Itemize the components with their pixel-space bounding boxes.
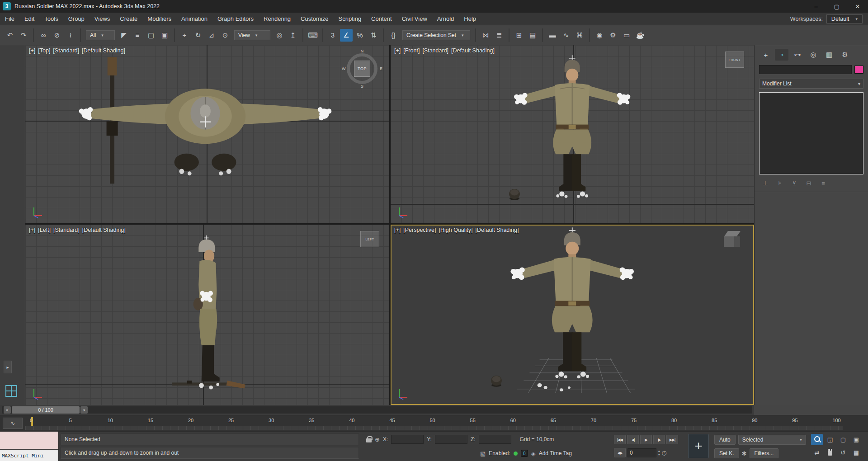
unlink-selection-button[interactable]: ⊘ [51,29,63,42]
spinner-up-icon[interactable]: ▴ [658,449,660,453]
viewport-menu[interactable]: [Default Shading] [476,227,519,233]
viewport-perspective[interactable]: [+][Perspective][High Quality][Default S… [391,225,754,405]
toggle-scene-explorer-button[interactable]: ⊞ [513,29,525,42]
viewport-top[interactable]: [+][Top][Standard][Default Shading] TOP … [25,45,389,223]
remove-modifier-button[interactable]: ⊟ [804,179,813,187]
selection-lock-icon[interactable] [366,438,372,442]
viewcube[interactable]: LEFT [360,231,379,247]
key-clock-icon[interactable]: ◷ [662,449,667,456]
go-to-end-button[interactable]: ▶▶| [666,435,678,444]
select-and-place-button[interactable]: ⊙ [219,29,231,42]
undo-button[interactable]: ↶ [4,29,16,42]
menu-item[interactable]: Modifiers [142,13,176,25]
viewport-menu[interactable]: [Front] [403,47,420,54]
percent-snap-toggle[interactable]: % [354,29,366,42]
menu-item[interactable]: File [0,13,19,25]
tab-display[interactable]: ▥ [822,49,836,61]
render-production-button[interactable]: ☕ [634,29,646,42]
window-crossing-toggle[interactable]: ▣ [158,29,171,42]
tab-motion[interactable]: ◎ [807,49,820,61]
rectangular-selection-region-button[interactable]: ▢ [145,29,157,42]
tab-modify[interactable]: ◔ [775,49,788,61]
select-object-button[interactable]: ◤ [118,29,130,42]
rendered-frame-window-button[interactable]: ▭ [620,29,633,42]
previous-frame-button[interactable]: ◀| [627,435,639,444]
tab-create[interactable]: + [759,49,773,61]
expand-scene-explorer-button[interactable]: ▸ [4,361,12,373]
viewport-menu[interactable]: [Default Shading] [451,47,495,54]
viewcube[interactable]: FRONT [725,52,744,68]
maxscript-mini-input[interactable] [0,432,58,449]
zoom-region-button[interactable]: ⇄ [811,447,823,458]
orbit-button[interactable]: ↺ [837,447,849,458]
select-and-scale-button[interactable]: ⊿ [205,29,218,42]
set-keys-button[interactable]: + [688,434,709,458]
viewport-layout-tab-icon[interactable] [5,385,17,397]
toggle-ribbon-button[interactable]: ▬ [546,29,559,42]
auto-key-button[interactable]: Auto [714,435,736,445]
previous-frame-slider-button[interactable]: < [4,406,11,414]
viewport-menu[interactable]: [Default Shading] [82,47,125,54]
viewport-menu[interactable]: [High Quality] [439,227,473,233]
reference-coordinate-system-dropdown[interactable]: View ▾ [234,30,270,40]
adaptive-degradation-icon[interactable]: ▧ [480,450,486,457]
set-key-button[interactable]: Set K. [714,448,739,458]
zoom-extents-button[interactable]: ▢ [837,434,849,445]
menu-item[interactable]: Create [115,13,142,25]
menu-item[interactable]: Graph Editors [212,13,259,25]
zoom-extents-all-button[interactable]: ▣ [850,434,862,445]
tab-hierarchy[interactable]: ⊶ [791,49,804,61]
angle-snap-toggle[interactable]: ∠ [340,29,353,42]
schematic-view-button[interactable]: ⌘ [573,29,586,42]
progressive-display-badge[interactable]: 0 [521,450,528,457]
create-selection-set-dropdown[interactable]: Create Selection Set ▾ [402,30,470,40]
viewport-menu[interactable]: [+] [29,47,35,54]
key-mode-toggle-button[interactable]: ◀▶ [614,448,626,457]
menu-item[interactable]: Content [366,13,397,25]
pan-button[interactable] [824,447,836,458]
viewport-menu[interactable]: [+] [394,227,401,233]
use-pivot-point-button[interactable]: ◎ [273,29,286,42]
configure-modifier-sets-button[interactable]: ≡ [819,179,828,187]
object-name-field[interactable] [759,65,852,74]
menu-item[interactable]: Help [459,13,481,25]
viewport-menu[interactable]: [+] [29,227,35,233]
align-button[interactable]: ≣ [493,29,505,42]
viewport-menu[interactable]: [Standard] [53,227,80,233]
spinner-snap-toggle[interactable]: ⇅ [367,29,380,42]
object-color-swatch[interactable] [854,66,863,74]
viewport-menu[interactable]: [Perspective] [403,227,436,233]
y-coordinate-field[interactable] [435,435,467,444]
snaps-toggle-3d[interactable]: 3 [326,29,339,42]
key-filters-button[interactable]: Filters... [750,448,779,458]
workspaces-dropdown[interactable]: Default ▾ [826,14,863,24]
menu-item[interactable]: Scripting [334,13,367,25]
viewport-menu[interactable]: [+] [394,47,401,54]
next-frame-slider-button[interactable]: > [80,406,88,414]
minimize-button[interactable]: – [806,0,826,13]
next-frame-button[interactable]: |▶ [653,435,665,444]
mirror-button[interactable]: ⋈ [479,29,492,42]
viewport-front[interactable]: [+][Front][Standard][Default Shading] FR… [391,45,754,223]
select-and-link-button[interactable]: ∞ [37,29,50,42]
curve-editor-button[interactable]: ∿ [560,29,572,42]
menu-item[interactable]: Animation [176,13,212,25]
viewcube[interactable] [722,230,743,249]
key-filters-icon[interactable]: ✱ [742,450,747,457]
make-unique-button[interactable]: ⊻ [790,179,799,187]
toggle-layer-explorer-button[interactable]: ▤ [526,29,539,42]
edit-named-selection-sets-button[interactable]: {} [387,29,400,42]
select-and-move-button[interactable]: + [178,29,191,42]
material-editor-button[interactable]: ◉ [593,29,606,42]
absolute-mode-icon[interactable]: ⊕ [375,436,380,443]
select-and-manipulate-button[interactable]: ↥ [287,29,299,42]
play-button[interactable]: ▶ [640,435,652,444]
menu-item[interactable]: Tools [39,13,63,25]
pin-stack-button[interactable]: ⊥ [761,179,770,187]
z-coordinate-field[interactable] [479,435,511,444]
menu-item[interactable]: Customize [296,13,333,25]
maximize-viewport-button[interactable]: ▦ [850,447,862,458]
x-coordinate-field[interactable] [391,435,424,444]
current-frame-field[interactable] [627,448,656,457]
viewport-menu[interactable]: [Default Shading] [82,227,126,233]
